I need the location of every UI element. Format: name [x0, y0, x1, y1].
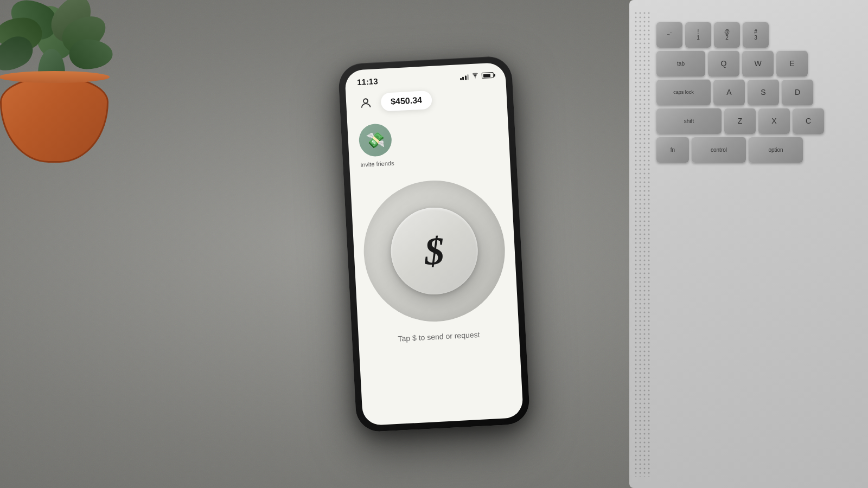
invite-section: 💸 Invite friends — [347, 112, 510, 179]
key-fn[interactable]: fn — [656, 137, 689, 163]
status-icons — [459, 72, 494, 80]
svg-point-0 — [363, 99, 368, 103]
phone: 11:13 — [337, 55, 530, 433]
key-e[interactable]: E — [776, 50, 808, 76]
laptop: ~` !1 @2 #3 tab Q W E caps lock A S D — [608, 0, 868, 488]
money-emoji-icon: 💸 — [365, 131, 385, 150]
keyboard-row-3: caps lock A S D — [656, 79, 868, 105]
key-3[interactable]: #3 — [743, 22, 769, 48]
cash-button-area: $ Tap $ to send or request — [350, 171, 520, 356]
succulent-plant — [0, 0, 141, 163]
key-1[interactable]: !1 — [685, 22, 711, 48]
keyboard-row-2: tab Q W E — [656, 50, 868, 76]
phone-screen: 11:13 — [344, 62, 524, 426]
speaker-grille — [629, 0, 651, 488]
key-shift[interactable]: shift — [656, 108, 722, 134]
battery-fill — [483, 74, 490, 78]
key-tilde[interactable]: ~` — [656, 22, 682, 48]
plant-pot — [0, 76, 108, 163]
key-x[interactable]: X — [758, 108, 790, 134]
keyboard-row-5: fn control option — [656, 137, 868, 163]
key-caps-lock[interactable]: caps lock — [656, 79, 711, 105]
dollar-button[interactable]: $ — [389, 206, 480, 297]
leaf-7 — [69, 40, 113, 69]
phone-body: 11:13 — [337, 55, 530, 433]
keyboard-row-4: shift Z X C — [656, 108, 868, 134]
profile-button[interactable] — [356, 94, 375, 112]
key-tab[interactable]: tab — [656, 50, 705, 76]
keyboard-row-1: ~` !1 @2 #3 — [656, 22, 868, 48]
invite-label: Invite friends — [360, 160, 394, 168]
key-q[interactable]: Q — [708, 50, 739, 76]
wifi-icon — [471, 73, 480, 80]
tap-instruction: Tap $ to send or request — [398, 330, 480, 343]
key-d[interactable]: D — [782, 79, 813, 105]
key-w[interactable]: W — [742, 50, 774, 76]
battery-tip — [494, 74, 495, 76]
key-control[interactable]: control — [692, 137, 746, 163]
svg-rect-2 — [634, 11, 651, 477]
key-s[interactable]: S — [748, 79, 779, 105]
balance-display[interactable]: $450.34 — [380, 91, 432, 112]
key-2[interactable]: @2 — [714, 22, 740, 48]
invite-friends-button[interactable]: 💸 — [358, 123, 392, 157]
laptop-body: ~` !1 @2 #3 tab Q W E caps lock A S D — [629, 0, 868, 488]
key-a[interactable]: A — [713, 79, 745, 105]
profile-icon — [359, 97, 373, 110]
outer-circle: $ — [360, 177, 508, 325]
keyboard: ~` !1 @2 #3 tab Q W E caps lock A S D — [656, 22, 868, 165]
key-z[interactable]: Z — [724, 108, 756, 134]
battery-icon — [482, 72, 494, 79]
key-option[interactable]: option — [749, 137, 803, 163]
key-c[interactable]: C — [793, 108, 824, 134]
dollar-sign: $ — [424, 231, 445, 271]
status-time: 11:13 — [357, 76, 378, 87]
signal-icon — [459, 73, 469, 80]
